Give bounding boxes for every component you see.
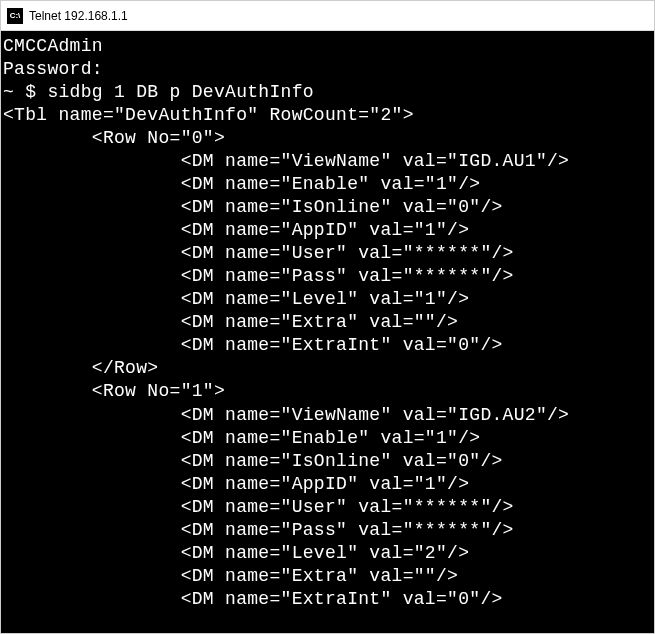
window-title: Telnet 192.168.1.1 (29, 9, 128, 23)
terminal-output[interactable]: CMCCAdmin Password: ~ $ sidbg 1 DB p Dev… (1, 31, 654, 633)
titlebar[interactable]: C:\ Telnet 192.168.1.1 (1, 1, 654, 31)
telnet-window: C:\ Telnet 192.168.1.1 CMCCAdmin Passwor… (0, 0, 655, 634)
cmd-icon: C:\ (7, 8, 23, 24)
